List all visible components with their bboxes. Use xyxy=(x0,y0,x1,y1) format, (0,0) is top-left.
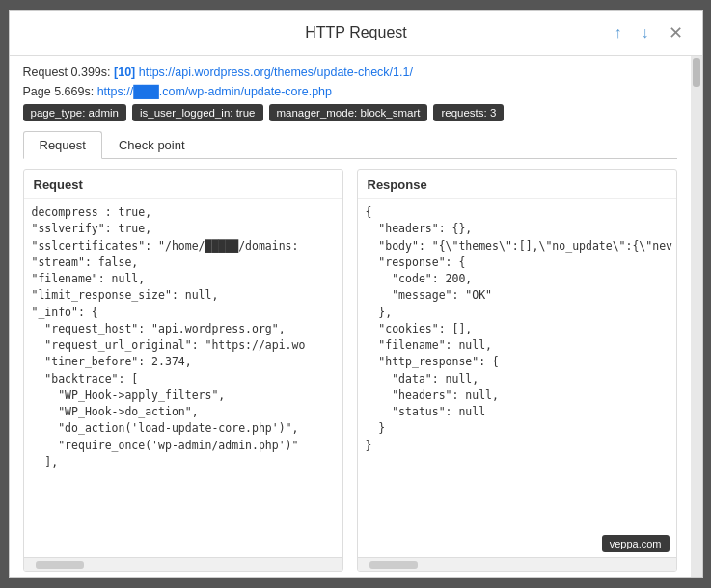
panels-container: Request decompress : true, "sslverify": … xyxy=(23,169,677,572)
response-panel: Response { "headers": {}, "body": "{\"th… xyxy=(357,169,677,572)
response-scrollbar-h[interactable] xyxy=(358,557,676,571)
request-scrollbar-h[interactable] xyxy=(24,557,342,571)
badge-manager-mode: manager_mode: block_smart xyxy=(269,104,428,121)
modal-controls: ↑ ↓ ✕ xyxy=(611,20,687,45)
scroll-down-button[interactable]: ↓ xyxy=(638,22,653,43)
request-info-row: Request 0.399s: [10] https://api.wordpre… xyxy=(23,66,677,79)
badge-requests: requests: 3 xyxy=(433,104,504,121)
request-hscroll-thumb[interactable] xyxy=(36,561,84,569)
request-panel-content[interactable]: decompress : true, "sslverify": true, "s… xyxy=(24,199,342,557)
response-panel-content[interactable]: { "headers": {}, "body": "{\"themes\":[]… xyxy=(358,199,676,557)
request-panel: Request decompress : true, "sslverify": … xyxy=(23,169,343,572)
tab-request[interactable]: Request xyxy=(23,131,102,159)
request-url[interactable]: https://api.wordpress.org/themes/update-… xyxy=(139,66,413,79)
request-count: [10] xyxy=(114,66,135,79)
modal-body: Request 0.399s: [10] https://api.wordpre… xyxy=(10,56,691,577)
tabs-bar: Request Check point xyxy=(23,131,677,159)
scroll-up-button[interactable]: ↑ xyxy=(611,22,626,43)
modal-window: HTTP Request ↑ ↓ ✕ Request 0.399s: [10] … xyxy=(9,10,703,578)
outer-right-scrollbar[interactable] xyxy=(691,56,702,577)
close-button[interactable]: ✕ xyxy=(665,20,687,45)
page-info-row: Page 5.669s: https://███.com/wp-admin/up… xyxy=(23,85,677,98)
page-label: Page 5.669s: xyxy=(23,85,97,98)
tab-checkpoint[interactable]: Check point xyxy=(102,131,202,158)
response-panel-title: Response xyxy=(358,170,676,199)
badge-logged-in: is_user_logged_in: true xyxy=(132,104,263,121)
outer-right-scroll-thumb[interactable] xyxy=(693,58,700,87)
badge-page-type: page_type: admin xyxy=(23,104,126,121)
request-label: Request 0.399s: xyxy=(23,66,115,79)
modal-title: HTTP Request xyxy=(102,24,611,41)
response-hscroll-thumb[interactable] xyxy=(369,561,418,569)
request-panel-title: Request xyxy=(24,170,342,199)
badges-container: page_type: admin is_user_logged_in: true… xyxy=(23,104,677,121)
modal-header: HTTP Request ↑ ↓ ✕ xyxy=(10,11,702,56)
page-url[interactable]: https://███.com/wp-admin/update-core.php xyxy=(97,85,332,98)
